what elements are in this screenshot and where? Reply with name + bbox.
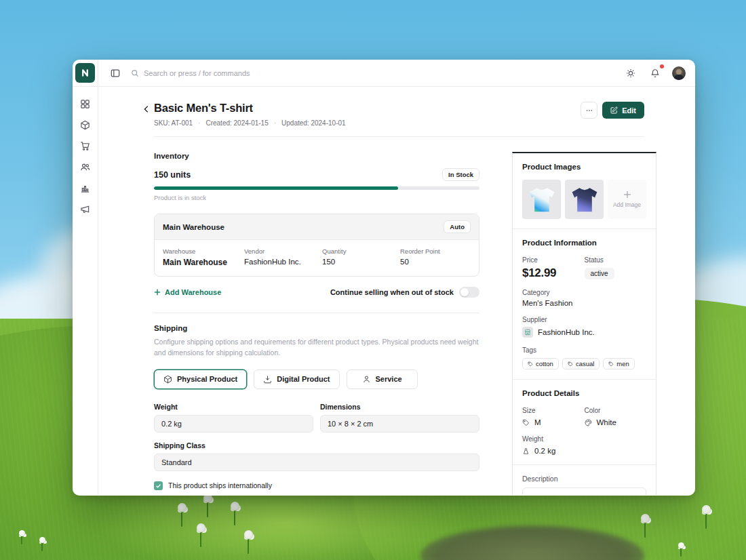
dimensions-input[interactable] [320, 415, 479, 433]
stock-progress-fill [154, 186, 398, 190]
supplier-avatar-icon [522, 327, 533, 338]
product-information-section: Product Information Price $12.99 Status … [513, 228, 656, 379]
international-shipping-label: This product ships internationally [168, 481, 272, 489]
size-value-row: M [522, 418, 585, 426]
product-image-1[interactable] [522, 180, 561, 219]
supplier-value: FashionHub Inc. [538, 328, 595, 336]
inventory-section-title: Inventory [154, 152, 479, 160]
cart-icon [80, 141, 90, 151]
shipping-class-input[interactable] [154, 454, 479, 471]
tshirt-light-image [525, 182, 559, 216]
tag-icon [608, 361, 614, 367]
category-label: Category [522, 289, 646, 296]
more-actions-button[interactable] [581, 102, 597, 119]
tags-label: Tags [522, 346, 646, 354]
sidebar-item-analytics[interactable] [78, 180, 93, 195]
sidebar-item-orders[interactable] [78, 138, 93, 153]
header-divider [154, 136, 644, 137]
dimensions-label: Dimensions [320, 403, 479, 411]
sidebar-item-dashboard[interactable] [78, 96, 93, 111]
continue-selling-toggle[interactable] [459, 287, 479, 298]
digital-product-button[interactable]: Digital Product [254, 369, 339, 389]
notification-dot [660, 64, 664, 68]
theme-toggle-button[interactable] [623, 66, 638, 81]
sidebar-item-marketing[interactable] [78, 201, 93, 216]
weight-input[interactable] [154, 415, 313, 433]
search-bar[interactable] [131, 69, 300, 77]
color-value: White [597, 418, 616, 426]
tshirt-dark-image [568, 182, 602, 216]
tag-icon [522, 419, 530, 426]
sidebar-item-customers[interactable] [78, 159, 93, 174]
add-image-button[interactable]: Add Image [608, 180, 646, 219]
stock-units: 150 units [154, 170, 191, 180]
updated-text: Updated: 2024-10-01 [281, 119, 346, 127]
add-warehouse-button[interactable]: Add Warehouse [154, 288, 221, 296]
edit-pencil-icon [610, 106, 618, 114]
logo-cell [73, 60, 98, 87]
weight-detail-value: 0.2 kg [534, 447, 555, 455]
shipping-divider [154, 313, 479, 313]
sun-icon [626, 68, 635, 78]
user-avatar[interactable] [672, 66, 686, 80]
app-logo[interactable] [75, 63, 95, 83]
package-icon [80, 120, 90, 130]
warehouse-card: Main Warehouse Auto Warehouse Main Wareh… [154, 214, 479, 277]
quantity-field: Quantity 150 [322, 247, 400, 267]
description-section: Description Comfortable cotton t-shirt p… [513, 464, 656, 495]
reorder-point-field: Reorder Point 50 [400, 247, 471, 267]
shipping-description: Configure shipping options and requireme… [154, 337, 479, 359]
plus-icon [623, 191, 631, 199]
edit-button[interactable]: Edit [602, 102, 644, 119]
notifications-button[interactable] [648, 66, 663, 81]
continue-selling-label: Continue selling when out of stock [330, 288, 454, 296]
sidebar-toggle-icon[interactable] [108, 66, 123, 81]
search-input[interactable] [144, 69, 300, 77]
megaphone-icon [80, 204, 90, 214]
grid-icon [80, 99, 90, 109]
search-icon [131, 69, 139, 77]
service-button[interactable]: Service [347, 369, 418, 389]
shipping-section-title: Shipping [154, 324, 479, 332]
size-value: M [534, 418, 541, 426]
price-value: $12.99 [522, 266, 585, 280]
international-shipping-checkbox[interactable] [154, 481, 163, 490]
stock-progress-bar [154, 186, 479, 190]
users-icon [80, 162, 90, 172]
product-image-2[interactable] [565, 180, 604, 219]
supplier-row: FashionHub Inc. [522, 327, 646, 338]
stock-caption: Product is in stock [154, 194, 479, 201]
size-label: Size [522, 407, 585, 414]
stock-status-badge: In Stock [442, 168, 479, 181]
page-title: Basic Men's T-shirt [154, 102, 346, 115]
plus-icon [154, 289, 161, 296]
created-text: Created: 2024-01-15 [205, 119, 268, 127]
product-meta: SKU: AT-001 · Created: 2024-01-15 · Upda… [154, 119, 346, 127]
back-arrow-icon[interactable] [139, 102, 154, 117]
price-label: Price [522, 256, 585, 264]
chart-icon [80, 183, 90, 193]
tag-chip-casual[interactable]: casual [562, 358, 600, 369]
warehouse-field: Warehouse Main Warehouse [163, 247, 244, 267]
tag-icon [568, 361, 573, 367]
sku-text: SKU: AT-001 [154, 119, 193, 127]
sidebar [73, 87, 98, 495]
physical-product-button[interactable]: Physical Product [154, 369, 247, 389]
bell-icon [650, 68, 660, 78]
topbar [73, 60, 695, 87]
weight-icon [522, 447, 530, 455]
description-box: Comfortable cotton t-shirt perfect for e… [522, 487, 646, 495]
product-images-section: Product Images [513, 153, 656, 228]
status-label: Status [585, 256, 647, 264]
vendor-field: Vendor FashionHub Inc. [244, 247, 322, 267]
warehouse-card-title: Main Warehouse [163, 223, 224, 231]
color-label: Color [585, 407, 647, 414]
logo-n-icon [80, 68, 90, 78]
tag-chip-men[interactable]: men [603, 358, 634, 369]
sidebar-item-products[interactable] [78, 117, 93, 132]
description-label: Description [522, 475, 646, 483]
download-icon [263, 375, 272, 384]
color-value-row: White [585, 418, 647, 426]
tag-chip-cotton[interactable]: cotton [522, 358, 559, 369]
supplier-label: Supplier [522, 316, 646, 323]
